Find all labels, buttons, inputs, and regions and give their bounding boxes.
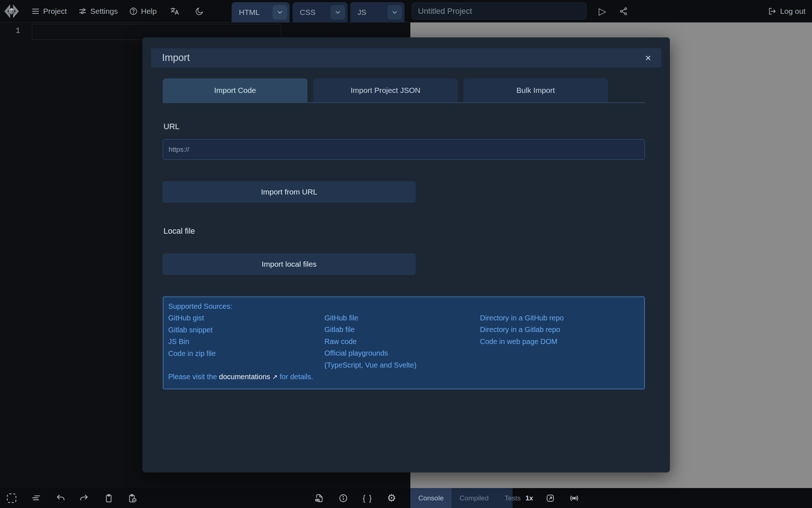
line-number: 1 [6, 26, 20, 36]
tab-compiled-label: Compiled [460, 494, 489, 502]
paste-icon[interactable] [124, 490, 140, 506]
local-file-label: Local file [163, 226, 195, 236]
tab-console-label: Console [418, 494, 444, 502]
close-icon[interactable]: × [645, 53, 661, 63]
link-directory-gitlab-repo[interactable]: Directory in a Gitlab repo [480, 324, 639, 335]
url-input[interactable] [163, 139, 645, 160]
chevron-down-icon [276, 9, 283, 16]
sources-footer: Please visit the documentations ↗ for de… [168, 371, 639, 383]
run-button[interactable]: ▷ [595, 4, 610, 19]
link-official-playgrounds[interactable]: Official playgrounds [324, 347, 480, 359]
broadcast-icon[interactable] [566, 490, 582, 506]
supported-sources-box: Supported Sources: GitHub gist Gitlab sn… [163, 296, 645, 389]
sources-column-2: GitHub file Gitlab file Raw code Officia… [324, 300, 480, 371]
question-circle-icon [129, 7, 138, 16]
tab-import-project-json-label: Import Project JSON [351, 86, 420, 95]
tab-css[interactable]: CSS [293, 2, 348, 22]
tab-html[interactable]: HTML [232, 2, 290, 22]
sources-columns: Supported Sources: GitHub gist Gitlab sn… [168, 300, 639, 371]
play-icon: ▷ [599, 7, 606, 16]
tab-js[interactable]: JS [350, 2, 405, 22]
sources-column-1: Supported Sources: GitHub gist Gitlab sn… [168, 300, 324, 359]
footer-pre-text: Please visit the [168, 373, 219, 381]
js-language-dropdown[interactable] [388, 5, 402, 20]
import-modal: Import × Import Code Import Project JSON… [142, 37, 670, 472]
link-code-in-zip-file[interactable]: Code in zip file [168, 348, 324, 359]
language-translate-icon[interactable] [167, 4, 182, 19]
project-menu[interactable]: Project [31, 0, 67, 22]
tab-import-code-label: Import Code [214, 86, 256, 95]
result-zoom-button[interactable]: 1x [521, 488, 537, 508]
url-label: URL [163, 122, 179, 131]
footer-post-text: for details. [278, 373, 313, 381]
app-screen: Project Settings Help [0, 0, 812, 508]
select-all-icon[interactable] [4, 490, 20, 506]
link-code-in-web-page-dom[interactable]: Code in web page DOM [480, 336, 639, 347]
chevron-down-icon [334, 9, 341, 16]
livecodes-logo-icon[interactable] [3, 3, 20, 20]
tab-tests-label: Tests [505, 494, 521, 502]
share-button[interactable] [616, 4, 631, 19]
share-icon [619, 7, 628, 16]
link-js-bin[interactable]: JS Bin [168, 336, 324, 347]
tab-bulk-import[interactable]: Bulk Import [463, 78, 608, 102]
external-link-arrow-icon: ↗ [272, 373, 278, 381]
import-local-files-button[interactable]: Import local files [163, 254, 415, 275]
external-resources-icon[interactable] [311, 490, 327, 506]
import-local-files-label: Import local files [262, 260, 317, 269]
custom-settings-icon[interactable]: { } [360, 490, 376, 506]
documentations-link[interactable]: documentations [219, 373, 270, 381]
status-bar: { } ⚙ Console Compiled Tests 1x [0, 488, 812, 508]
tab-import-project-json[interactable]: Import Project JSON [313, 78, 458, 102]
tab-html-label: HTML [232, 8, 260, 17]
sliders-icon [78, 7, 87, 16]
tab-css-label: CSS [293, 8, 315, 17]
link-github-gist[interactable]: GitHub gist [168, 312, 324, 324]
tabs-divider [163, 102, 645, 103]
import-from-url-label: Import from URL [261, 188, 317, 196]
dark-mode-moon-icon[interactable] [192, 4, 207, 19]
project-menu-label: Project [43, 7, 67, 16]
import-from-url-button[interactable]: Import from URL [163, 181, 415, 202]
settings-menu[interactable]: Settings [78, 0, 118, 22]
tab-bulk-import-label: Bulk Import [516, 86, 555, 95]
help-menu[interactable]: Help [129, 0, 157, 22]
undo-icon[interactable] [53, 490, 69, 506]
html-language-dropdown[interactable] [273, 5, 287, 20]
logout-label: Log out [780, 7, 805, 16]
modal-title: Import [151, 52, 190, 64]
link-github-file[interactable]: GitHub file [324, 312, 480, 324]
tab-console[interactable]: Console [410, 488, 452, 508]
sources-heading: Supported Sources: [168, 300, 324, 312]
open-in-new-window-icon[interactable] [542, 490, 558, 506]
link-raw-code[interactable]: Raw code [324, 336, 480, 347]
sources-column-3: Directory in a GitHub repo Directory in … [480, 300, 639, 347]
css-language-dropdown[interactable] [331, 5, 345, 20]
top-toolbar: Project Settings Help [0, 0, 812, 22]
redo-icon[interactable] [76, 490, 92, 506]
link-gitlab-snippet[interactable]: Gitlab snippet [168, 324, 324, 336]
logout-button[interactable]: Log out [768, 0, 805, 22]
link-directory-github-repo[interactable]: Directory in a GitHub repo [480, 312, 639, 324]
tab-compiled[interactable]: Compiled [452, 488, 497, 508]
modal-titlebar: Import × [151, 48, 661, 67]
tab-import-code[interactable]: Import Code [163, 78, 307, 102]
result-tools-tabs: Console Compiled Tests [410, 488, 513, 508]
link-gitlab-file[interactable]: Gitlab file [324, 324, 480, 335]
logout-icon [768, 7, 776, 16]
editor-settings-gear-icon[interactable]: ⚙ [384, 490, 399, 506]
official-playgrounds-note: (TypeScript, Vue and Svelte) [324, 359, 480, 371]
help-menu-label: Help [141, 7, 157, 16]
project-title-input[interactable] [412, 3, 587, 20]
settings-menu-label: Settings [90, 7, 118, 16]
info-icon[interactable] [335, 490, 351, 506]
format-code-icon[interactable] [28, 490, 44, 506]
menu-icon [31, 7, 40, 16]
chevron-down-icon [391, 9, 398, 16]
tab-js-label: JS [350, 8, 366, 17]
copy-icon[interactable] [101, 490, 117, 506]
